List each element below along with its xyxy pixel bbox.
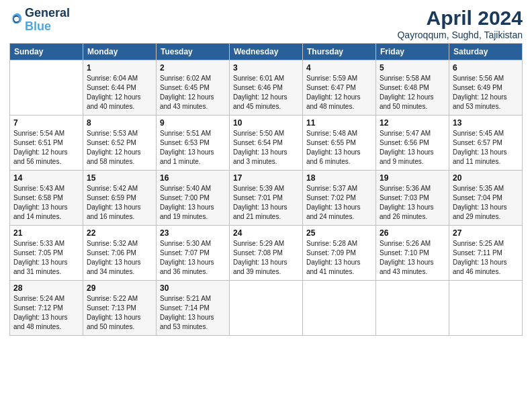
calendar-cell: 8Sunrise: 5:53 AMSunset: 6:52 PMDaylight… bbox=[83, 116, 157, 171]
header: GeneralBlue April 2024 Qayroqqum, Sughd,… bbox=[9, 7, 523, 40]
day-info: Sunrise: 6:02 AMSunset: 6:45 PMDaylight:… bbox=[160, 74, 226, 111]
subtitle: Qayroqqum, Sughd, Tajikistan bbox=[397, 30, 523, 40]
logo-text: GeneralBlue bbox=[25, 7, 70, 34]
calendar-cell: 16Sunrise: 5:40 AMSunset: 7:00 PMDayligh… bbox=[157, 171, 230, 226]
calendar-week-2: 7Sunrise: 5:54 AMSunset: 6:51 PMDaylight… bbox=[10, 116, 523, 171]
day-number: 2 bbox=[160, 63, 226, 73]
calendar-cell: 22Sunrise: 5:32 AMSunset: 7:06 PMDayligh… bbox=[83, 226, 157, 281]
logo: GeneralBlue bbox=[9, 7, 70, 34]
calendar-cell: 3Sunrise: 6:01 AMSunset: 6:46 PMDaylight… bbox=[230, 60, 303, 116]
day-number: 3 bbox=[233, 63, 299, 73]
day-info: Sunrise: 5:30 AMSunset: 7:07 PMDaylight:… bbox=[160, 239, 226, 277]
day-info: Sunrise: 6:04 AMSunset: 6:44 PMDaylight:… bbox=[87, 74, 152, 111]
day-info: Sunrise: 5:43 AMSunset: 6:58 PMDaylight:… bbox=[13, 184, 79, 222]
day-number: 19 bbox=[380, 173, 445, 183]
calendar-cell bbox=[10, 60, 83, 116]
day-info: Sunrise: 5:37 AMSunset: 7:02 PMDaylight:… bbox=[306, 184, 372, 222]
calendar-cell: 10Sunrise: 5:50 AMSunset: 6:54 PMDayligh… bbox=[230, 116, 303, 171]
day-info: Sunrise: 5:36 AMSunset: 7:03 PMDaylight:… bbox=[380, 184, 445, 222]
day-number: 26 bbox=[380, 228, 445, 238]
calendar-cell: 9Sunrise: 5:51 AMSunset: 6:53 PMDaylight… bbox=[157, 116, 230, 171]
calendar-table: Sunday Monday Tuesday Wednesday Thursday… bbox=[9, 43, 523, 336]
day-number: 28 bbox=[13, 283, 79, 293]
day-number: 12 bbox=[380, 118, 445, 128]
day-info: Sunrise: 5:56 AMSunset: 6:49 PMDaylight:… bbox=[453, 74, 519, 111]
calendar-cell: 24Sunrise: 5:29 AMSunset: 7:08 PMDayligh… bbox=[230, 226, 303, 281]
day-number: 11 bbox=[306, 118, 372, 128]
calendar-header-row: Sunday Monday Tuesday Wednesday Thursday… bbox=[10, 44, 523, 60]
calendar-cell: 4Sunrise: 5:59 AMSunset: 6:47 PMDaylight… bbox=[303, 60, 376, 116]
calendar-cell: 23Sunrise: 5:30 AMSunset: 7:07 PMDayligh… bbox=[157, 226, 230, 281]
calendar-week-5: 28Sunrise: 5:24 AMSunset: 7:12 PMDayligh… bbox=[10, 281, 523, 336]
day-number: 16 bbox=[160, 173, 226, 183]
calendar-cell: 5Sunrise: 5:58 AMSunset: 6:48 PMDaylight… bbox=[376, 60, 449, 116]
col-monday: Monday bbox=[83, 44, 157, 60]
col-thursday: Thursday bbox=[303, 44, 376, 60]
title-block: April 2024 Qayroqqum, Sughd, Tajikistan bbox=[397, 7, 523, 40]
day-number: 29 bbox=[87, 283, 152, 293]
day-info: Sunrise: 5:29 AMSunset: 7:08 PMDaylight:… bbox=[233, 239, 299, 277]
calendar-cell bbox=[449, 281, 523, 336]
day-number: 20 bbox=[453, 173, 519, 183]
col-saturday: Saturday bbox=[449, 44, 523, 60]
day-info: Sunrise: 5:22 AMSunset: 7:13 PMDaylight:… bbox=[87, 294, 152, 332]
calendar-week-1: 1Sunrise: 6:04 AMSunset: 6:44 PMDaylight… bbox=[10, 60, 523, 116]
calendar-cell: 15Sunrise: 5:42 AMSunset: 6:59 PMDayligh… bbox=[83, 171, 157, 226]
day-info: Sunrise: 5:42 AMSunset: 6:59 PMDaylight:… bbox=[87, 184, 152, 222]
calendar-cell: 13Sunrise: 5:45 AMSunset: 6:57 PMDayligh… bbox=[449, 116, 523, 171]
day-info: Sunrise: 5:40 AMSunset: 7:00 PMDaylight:… bbox=[160, 184, 226, 222]
calendar-cell: 11Sunrise: 5:48 AMSunset: 6:55 PMDayligh… bbox=[303, 116, 376, 171]
calendar-week-3: 14Sunrise: 5:43 AMSunset: 6:58 PMDayligh… bbox=[10, 171, 523, 226]
day-info: Sunrise: 5:33 AMSunset: 7:05 PMDaylight:… bbox=[13, 239, 79, 277]
calendar-cell: 27Sunrise: 5:25 AMSunset: 7:11 PMDayligh… bbox=[449, 226, 523, 281]
day-number: 9 bbox=[160, 118, 226, 128]
calendar-cell: 2Sunrise: 6:02 AMSunset: 6:45 PMDaylight… bbox=[157, 60, 230, 116]
day-info: Sunrise: 5:28 AMSunset: 7:09 PMDaylight:… bbox=[306, 239, 372, 277]
day-number: 14 bbox=[13, 173, 79, 183]
day-number: 23 bbox=[160, 228, 226, 238]
day-info: Sunrise: 5:53 AMSunset: 6:52 PMDaylight:… bbox=[87, 129, 152, 167]
calendar-cell: 30Sunrise: 5:21 AMSunset: 7:14 PMDayligh… bbox=[157, 281, 230, 336]
calendar-cell: 21Sunrise: 5:33 AMSunset: 7:05 PMDayligh… bbox=[10, 226, 83, 281]
calendar-cell: 29Sunrise: 5:22 AMSunset: 7:13 PMDayligh… bbox=[83, 281, 157, 336]
day-number: 30 bbox=[160, 283, 226, 293]
day-number: 4 bbox=[306, 63, 372, 73]
calendar-cell: 20Sunrise: 5:35 AMSunset: 7:04 PMDayligh… bbox=[449, 171, 523, 226]
col-friday: Friday bbox=[376, 44, 449, 60]
day-info: Sunrise: 5:26 AMSunset: 7:10 PMDaylight:… bbox=[380, 239, 445, 277]
day-info: Sunrise: 5:45 AMSunset: 6:57 PMDaylight:… bbox=[453, 129, 519, 167]
col-wednesday: Wednesday bbox=[230, 44, 303, 60]
main-title: April 2024 bbox=[397, 7, 523, 30]
day-number: 5 bbox=[380, 63, 445, 73]
calendar-cell: 12Sunrise: 5:47 AMSunset: 6:56 PMDayligh… bbox=[376, 116, 449, 171]
day-info: Sunrise: 5:58 AMSunset: 6:48 PMDaylight:… bbox=[380, 74, 445, 111]
calendar-cell: 25Sunrise: 5:28 AMSunset: 7:09 PMDayligh… bbox=[303, 226, 376, 281]
day-info: Sunrise: 5:50 AMSunset: 6:54 PMDaylight:… bbox=[233, 129, 299, 167]
calendar-cell: 1Sunrise: 6:04 AMSunset: 6:44 PMDaylight… bbox=[83, 60, 157, 116]
day-info: Sunrise: 5:25 AMSunset: 7:11 PMDaylight:… bbox=[453, 239, 519, 277]
day-number: 17 bbox=[233, 173, 299, 183]
day-number: 22 bbox=[87, 228, 152, 238]
calendar-cell: 7Sunrise: 5:54 AMSunset: 6:51 PMDaylight… bbox=[10, 116, 83, 171]
day-info: Sunrise: 5:32 AMSunset: 7:06 PMDaylight:… bbox=[87, 239, 152, 277]
col-sunday: Sunday bbox=[10, 44, 83, 60]
day-number: 15 bbox=[87, 173, 152, 183]
col-tuesday: Tuesday bbox=[157, 44, 230, 60]
day-number: 27 bbox=[453, 228, 519, 238]
day-info: Sunrise: 5:21 AMSunset: 7:14 PMDaylight:… bbox=[160, 294, 226, 332]
day-info: Sunrise: 5:24 AMSunset: 7:12 PMDaylight:… bbox=[13, 294, 79, 332]
calendar-cell bbox=[303, 281, 376, 336]
day-number: 1 bbox=[87, 63, 152, 73]
day-number: 7 bbox=[13, 118, 79, 128]
calendar-cell: 6Sunrise: 5:56 AMSunset: 6:49 PMDaylight… bbox=[449, 60, 523, 116]
day-info: Sunrise: 5:51 AMSunset: 6:53 PMDaylight:… bbox=[160, 129, 226, 167]
page-container: GeneralBlue April 2024 Qayroqqum, Sughd,… bbox=[0, 0, 532, 341]
day-info: Sunrise: 5:48 AMSunset: 6:55 PMDaylight:… bbox=[306, 129, 372, 167]
logo-icon bbox=[10, 12, 24, 26]
calendar-cell: 17Sunrise: 5:39 AMSunset: 7:01 PMDayligh… bbox=[230, 171, 303, 226]
calendar-body: 1Sunrise: 6:04 AMSunset: 6:44 PMDaylight… bbox=[10, 60, 523, 336]
day-info: Sunrise: 5:54 AMSunset: 6:51 PMDaylight:… bbox=[13, 129, 79, 167]
calendar-cell: 28Sunrise: 5:24 AMSunset: 7:12 PMDayligh… bbox=[10, 281, 83, 336]
calendar-cell bbox=[230, 281, 303, 336]
day-info: Sunrise: 5:39 AMSunset: 7:01 PMDaylight:… bbox=[233, 184, 299, 222]
